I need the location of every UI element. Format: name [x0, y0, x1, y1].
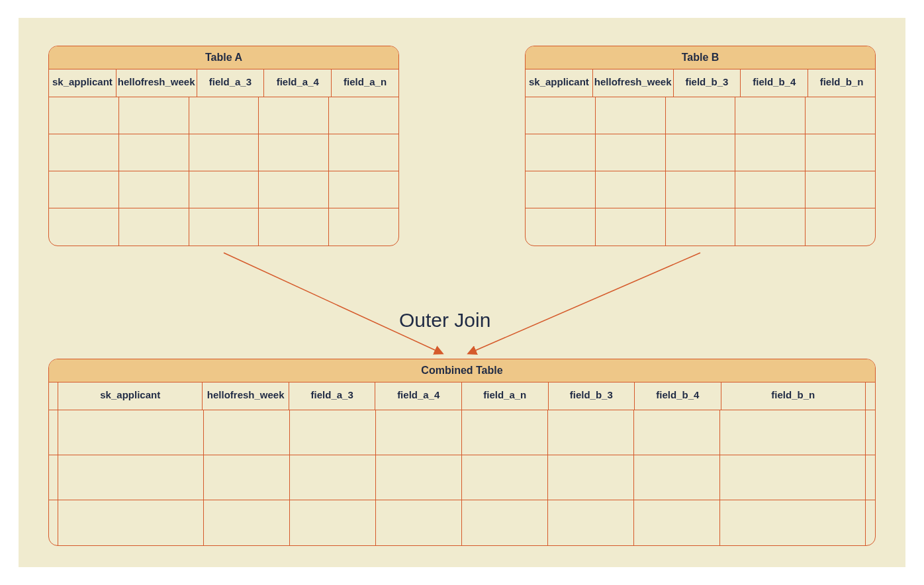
- table-row: [49, 171, 398, 208]
- table-a-col-1: hellofresh_week: [116, 69, 197, 97]
- table-combined-col-4: field_a_n: [462, 382, 549, 410]
- table-a: Table A sk_applicant hellofresh_week fie…: [48, 46, 399, 246]
- table-b-col-2: field_b_3: [674, 69, 741, 97]
- svg-line-1: [469, 253, 700, 353]
- table-row: [526, 97, 875, 134]
- join-label: Outer Join: [399, 309, 490, 332]
- table-row: [49, 500, 875, 545]
- table-combined-header-row: sk_applicant hellofresh_week field_a_3 f…: [49, 382, 875, 410]
- table-row: [49, 455, 875, 500]
- table-row: [49, 208, 398, 246]
- table-combined-col-pad-right: [866, 382, 875, 410]
- table-combined-col-0: sk_applicant: [58, 382, 203, 410]
- table-a-header-row: sk_applicant hellofresh_week field_a_3 f…: [49, 69, 398, 97]
- table-combined-col-5: field_b_3: [549, 382, 635, 410]
- table-row: [526, 208, 875, 246]
- table-a-col-3: field_a_4: [264, 69, 332, 97]
- table-b-title: Table B: [526, 46, 875, 69]
- table-row: [49, 134, 398, 171]
- table-b-col-3: field_b_4: [741, 69, 808, 97]
- table-combined: Combined Table sk_applicant hellofresh_w…: [48, 359, 876, 546]
- table-row: [526, 134, 875, 171]
- table-combined-col-pad-left: [49, 382, 58, 410]
- table-a-col-2: field_a_3: [197, 69, 265, 97]
- table-combined-col-1: hellofresh_week: [203, 382, 289, 410]
- table-b-col-4: field_b_n: [808, 69, 875, 97]
- table-combined-col-2: field_a_3: [289, 382, 376, 410]
- table-b-header-row: sk_applicant hellofresh_week field_b_3 f…: [526, 69, 875, 97]
- table-b-col-0: sk_applicant: [526, 69, 593, 97]
- table-a-col-0: sk_applicant: [49, 69, 116, 97]
- table-a-col-4: field_a_n: [332, 69, 398, 97]
- table-combined-col-7: field_b_n: [721, 382, 866, 410]
- table-combined-title: Combined Table: [49, 359, 875, 382]
- table-b-col-1: hellofresh_week: [593, 69, 674, 97]
- table-a-title: Table A: [49, 46, 398, 69]
- table-combined-col-3: field_a_4: [375, 382, 462, 410]
- diagram-canvas: Table A sk_applicant hellofresh_week fie…: [19, 18, 905, 567]
- table-row: [526, 171, 875, 208]
- svg-line-0: [224, 253, 442, 353]
- table-combined-col-6: field_b_4: [635, 382, 721, 410]
- table-row: [49, 97, 398, 134]
- table-row: [49, 410, 875, 455]
- table-b: Table B sk_applicant hellofresh_week fie…: [525, 46, 876, 246]
